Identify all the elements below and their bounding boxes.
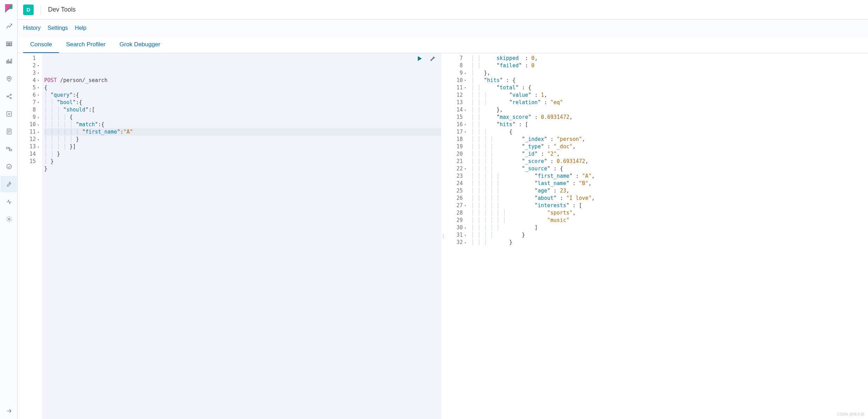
svg-point-11 — [10, 97, 11, 99]
request-options-icon[interactable] — [429, 55, 436, 62]
response-viewer[interactable]: │ │ skipped : 0,│ │ "failed" : 0│ },│ "h… — [469, 53, 868, 419]
nav-monitoring-icon[interactable] — [1, 194, 17, 210]
tab-search-profiler[interactable]: Search Profiler — [59, 37, 112, 53]
help-link[interactable]: Help — [75, 25, 87, 31]
svg-rect-6 — [9, 61, 10, 63]
request-gutter: 12▾3▾4▾5▾6▾7▾89▴10▴11▴12▴13▴1415 — [21, 53, 42, 419]
response-pane: 789▴10▾11▾121314▴1516▾17▾1819202122▾2324… — [445, 53, 868, 419]
svg-rect-5 — [8, 60, 9, 63]
nav-metrics-icon[interactable] — [1, 106, 17, 122]
nav-logs-icon[interactable] — [1, 123, 17, 140]
nav-apm-icon[interactable] — [1, 141, 17, 157]
pane-divider[interactable]: ⋮ — [441, 53, 445, 419]
nav-maps-icon[interactable] — [1, 71, 17, 87]
svg-rect-14 — [6, 147, 9, 149]
send-request-icon[interactable] — [417, 55, 423, 62]
tab-console[interactable]: Console — [23, 37, 59, 53]
svg-point-16 — [7, 164, 11, 169]
header-bar: D Dev Tools — [18, 0, 868, 20]
svg-point-17 — [8, 218, 10, 220]
svg-point-8 — [8, 77, 9, 79]
nav-discover-icon[interactable] — [1, 18, 17, 34]
side-nav — [0, 0, 18, 419]
svg-rect-3 — [6, 45, 12, 46]
settings-link[interactable]: Settings — [48, 25, 68, 31]
nav-devtools-icon[interactable] — [1, 176, 17, 192]
svg-rect-7 — [11, 59, 12, 63]
toolbar: History Settings Help — [18, 20, 868, 36]
nav-visualize-icon[interactable] — [1, 36, 17, 52]
tabs: Console Search Profiler Grok Debugger — [18, 36, 868, 53]
nav-ml-icon[interactable] — [1, 88, 17, 104]
nav-dashboard-icon[interactable] — [1, 53, 17, 69]
kibana-logo-icon — [4, 4, 13, 13]
svg-point-9 — [7, 96, 8, 97]
app-badge: D — [23, 5, 34, 15]
svg-rect-4 — [6, 61, 7, 63]
tab-grok-debugger[interactable]: Grok Debugger — [113, 37, 167, 53]
history-link[interactable]: History — [23, 25, 41, 31]
svg-rect-2 — [9, 43, 12, 45]
page-title: Dev Tools — [48, 6, 76, 13]
svg-rect-0 — [6, 42, 12, 43]
watermark: CSDN @喵大萌 — [837, 412, 864, 417]
nav-uptime-icon[interactable] — [1, 158, 17, 175]
nav-collapse-icon[interactable] — [1, 403, 17, 419]
request-pane[interactable]: 12▾3▾4▾5▾6▾7▾89▴10▴11▴12▴13▴1415 POST /p… — [18, 53, 441, 419]
svg-point-10 — [10, 94, 11, 95]
nav-management-icon[interactable] — [1, 211, 17, 227]
response-gutter: 789▴10▾11▾121314▴1516▾17▾1819202122▾2324… — [448, 53, 469, 419]
svg-rect-1 — [6, 43, 9, 45]
request-editor[interactable]: POST /person/_search{│ "query":{│ │ "boo… — [42, 53, 441, 419]
